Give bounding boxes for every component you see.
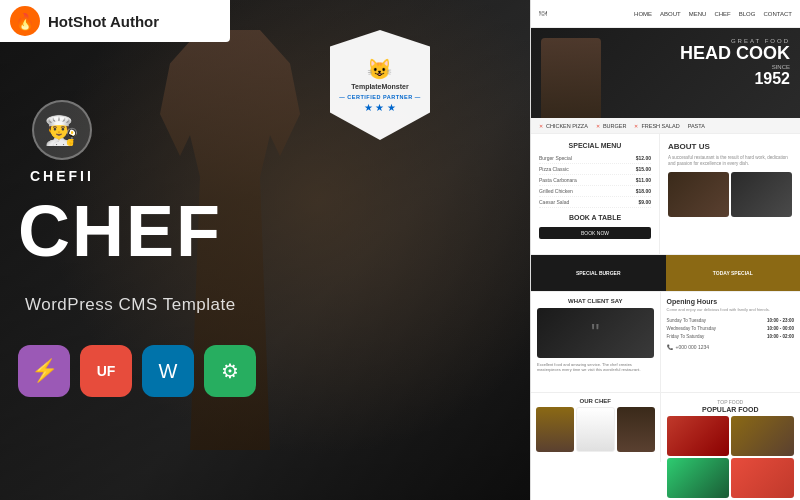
year-value: 1952	[680, 70, 790, 88]
menu-item-name-3: Pasta Carbonara	[539, 177, 577, 183]
chef-images	[536, 407, 655, 452]
menu-item-name-1: Burger Special	[539, 155, 572, 161]
about-image-1	[668, 172, 729, 217]
hours-row-2: Wednesday To Thursday 10:00 - 00:00	[667, 324, 794, 332]
ticker-x-1: ✕	[539, 123, 543, 129]
ticker-item-1: ✕ CHICKEN PIZZA	[539, 123, 588, 129]
ticker-item-2: ✕ BURGER	[596, 123, 627, 129]
special-menu-panel: SPECIAL MENU Burger Special $12.00 Pizza…	[531, 134, 660, 254]
about-panel: ABOUT US A successful restaurant is the …	[660, 134, 800, 254]
ticker-item-3: ✕ FRESH SALAD	[634, 123, 679, 129]
preview-hero-text: GREAT FOOD HEAD COOK SINCE 1952	[680, 38, 790, 88]
today-special-label: TODAY SPECIAL	[713, 270, 753, 276]
chef-hat-icon: 👨‍🍳	[32, 100, 92, 160]
uf-icon: UF	[80, 345, 132, 397]
popular-item-1	[667, 416, 730, 456]
menu-item-name-4: Grilled Chicken	[539, 188, 573, 194]
hours-desc: Come and enjoy our delicious food with f…	[667, 307, 794, 312]
hours-row-3: Friday To Saturday 10:00 - 02:00	[667, 332, 794, 340]
popular-food-panel: TOP FOOD POPULAR FOOD	[661, 393, 800, 462]
book-table-title: BOOK A TABLE	[539, 214, 651, 221]
nav-blog: BLOG	[739, 11, 756, 17]
specials-row: SPECIAL BURGER TODAY SPECIAL	[531, 254, 800, 292]
menu-row-1: Burger Special $12.00	[539, 153, 651, 164]
header-bar: 🔥 HotShot Author	[0, 0, 230, 42]
header-title: HotShot Author	[48, 13, 159, 30]
chef-popular-section: OUR CHEF TOP FOOD POPULAR FOOD	[531, 392, 800, 462]
elementor-icon: ⚡	[18, 345, 70, 397]
hours-time-2: 10:00 - 00:00	[767, 326, 794, 331]
preview-hero: GREAT FOOD HEAD COOK SINCE 1952	[531, 28, 800, 118]
nav-contact: CONTACT	[763, 11, 792, 17]
about-title: ABOUT US	[668, 142, 792, 151]
ticker-item-4: PASTA	[688, 123, 705, 129]
nav-about: ABOUT	[660, 11, 681, 17]
cms-subtitle: WordPress CMS Template	[25, 295, 236, 315]
special-burger-label: SPECIAL BURGER	[576, 270, 621, 276]
preview-middle-section: WHAT CLIENT SAY " Excellent food and ama…	[531, 292, 800, 392]
menu-item-name-2: Pizza Classic	[539, 166, 569, 172]
nav-home: HOME	[634, 11, 652, 17]
revolution-icon: ⚙	[204, 345, 256, 397]
about-image-2	[731, 172, 792, 217]
menu-item-price-5: $9.00	[638, 199, 651, 205]
preview-menu-section: SPECIAL MENU Burger Special $12.00 Pizza…	[531, 134, 800, 254]
menu-item-name-5: Caesar Salad	[539, 199, 569, 205]
hours-day-1: Sunday To Tuesday	[667, 318, 706, 323]
about-text: A successful restaurant is the result of…	[668, 155, 792, 168]
main-title: CHEF	[18, 195, 222, 267]
brand-logo: 👨‍🍳 CHEFII	[30, 100, 94, 184]
chef-image-2	[576, 407, 616, 452]
our-chef-panel: OUR CHEF	[531, 393, 661, 462]
menu-row-4: Grilled Chicken $18.00	[539, 186, 651, 197]
hours-panel: Opening Hours Come and enjoy our delicio…	[661, 292, 800, 392]
tm-certified: — CERTIFIED PARTNER —	[339, 94, 420, 100]
preview-nav-links: HOME ABOUT MENU CHEF BLOG CONTACT	[634, 11, 792, 17]
menu-item-price-2: $15.00	[636, 166, 651, 172]
special-burger: SPECIAL BURGER	[531, 255, 666, 291]
quote-icon: "	[591, 319, 600, 347]
menu-item-price-3: $11.00	[636, 177, 651, 183]
today-special: TODAY SPECIAL	[666, 255, 801, 291]
nav-chef: CHEF	[714, 11, 730, 17]
testimonial-title: WHAT CLIENT SAY	[537, 298, 654, 304]
hours-row-1: Sunday To Tuesday 10:00 - 23:00	[667, 316, 794, 324]
menu-row-5: Caesar Salad $9.00	[539, 197, 651, 208]
menu-row-3: Pasta Carbonara $11.00	[539, 175, 651, 186]
popular-food-grid	[667, 416, 794, 498]
hours-time-1: 10:00 - 23:00	[767, 318, 794, 323]
badge-inner: 😺 TemplateMonster — CERTIFIED PARTNER — …	[339, 57, 420, 112]
menu-item-price-4: $18.00	[636, 188, 651, 194]
preview-nav: 🍽 HOME ABOUT MENU CHEF BLOG CONTACT	[531, 0, 800, 28]
phone-number: +000 000 1234	[676, 344, 710, 350]
phone-icon: 📞	[667, 344, 673, 350]
head-cook-title: HEAD COOK	[680, 44, 790, 64]
ticker-x-3: ✕	[634, 123, 638, 129]
preview-logo-dot: 🍽	[539, 9, 547, 18]
menu-item-price-1: $12.00	[636, 155, 651, 161]
testimonial-text: Excellent food and amazing service. The …	[537, 362, 654, 372]
chef-image-3	[617, 407, 655, 452]
menu-row-2: Pizza Classic $15.00	[539, 164, 651, 175]
about-images	[668, 172, 792, 217]
book-now-button[interactable]: BOOK NOW	[539, 227, 651, 239]
popular-food-title: POPULAR FOOD	[667, 406, 794, 413]
tm-name: TemplateMonster	[351, 83, 408, 91]
chef-image-1	[536, 407, 574, 452]
hours-time-3: 10:00 - 02:00	[767, 334, 794, 339]
brand-name: CHEFII	[30, 168, 94, 184]
hours-title: Opening Hours	[667, 298, 794, 305]
preview-hero-chef-image	[541, 38, 601, 118]
fire-icon: 🔥	[15, 12, 35, 31]
hours-day-3: Friday To Saturday	[667, 334, 705, 339]
plugin-icons-row: ⚡ UF W ⚙	[18, 345, 256, 397]
ticker-x-2: ✕	[596, 123, 600, 129]
testimonial-panel: WHAT CLIENT SAY " Excellent food and ama…	[531, 292, 661, 392]
nav-menu: MENU	[689, 11, 707, 17]
popular-item-4	[731, 458, 794, 498]
hours-phone: 📞 +000 000 1234	[667, 344, 794, 350]
popular-item-2	[731, 416, 794, 456]
special-menu-title: SPECIAL MENU	[539, 142, 651, 149]
tm-stars: ★ ★ ★	[364, 102, 397, 113]
top-food-label: TOP FOOD	[667, 399, 794, 405]
